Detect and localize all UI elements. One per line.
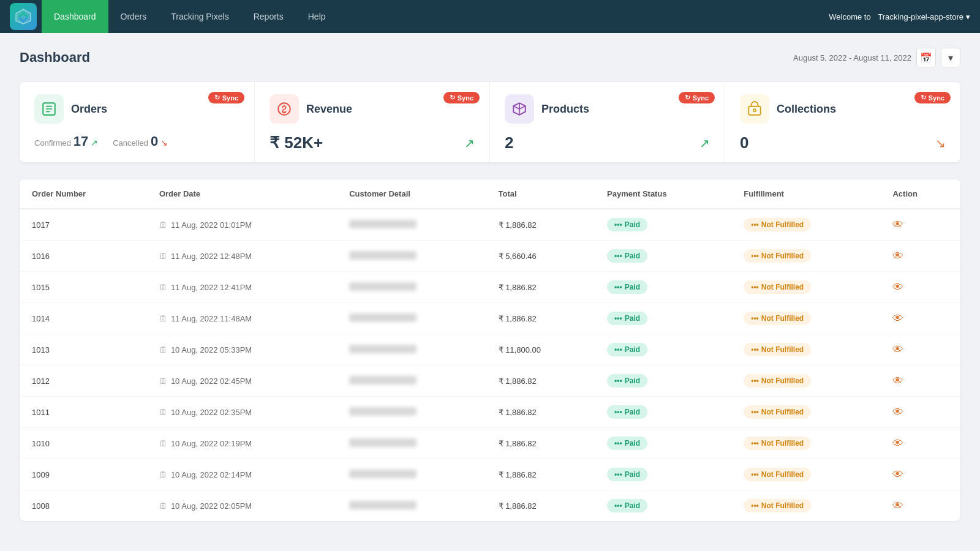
- order-number-cell: 1014: [20, 303, 147, 334]
- cancelled-section: Cancelled 0 ↘: [113, 133, 168, 149]
- calendar-button[interactable]: 📅: [916, 48, 936, 67]
- app-logo: [10, 3, 37, 30]
- col-payment-status: Payment Status: [595, 179, 731, 209]
- calendar-icon: 🗓: [159, 252, 167, 261]
- orders-title: Orders: [71, 103, 107, 116]
- paid-badge: ••• Paid: [607, 437, 647, 450]
- view-order-button[interactable]: 👁: [892, 406, 903, 419]
- dots-icon: •••: [614, 377, 622, 385]
- products-icon: [505, 94, 534, 124]
- not-fulfilled-badge: ••• Not Fulfilled: [744, 218, 811, 231]
- collections-sync-button[interactable]: ↻ Sync: [914, 92, 951, 103]
- orders-sync-button[interactable]: ↻ Sync: [208, 92, 244, 103]
- page-header: Dashboard August 5, 2022 - August 11, 20…: [20, 48, 960, 67]
- paid-badge: ••• Paid: [607, 499, 647, 512]
- nav-orders[interactable]: Orders: [108, 0, 159, 33]
- fulfillment-cell: ••• Not Fulfilled: [731, 272, 880, 303]
- total-cell: ₹ 11,800.00: [486, 334, 595, 365]
- view-order-button[interactable]: 👁: [892, 437, 903, 450]
- nav-dashboard[interactable]: Dashboard: [42, 0, 108, 33]
- nav-reports[interactable]: Reports: [241, 0, 296, 33]
- welcome-message: Welcome to Tracking-pixel-app-store ▾: [829, 12, 970, 21]
- customer-detail-cell: [337, 334, 486, 365]
- nav-help[interactable]: Help: [296, 0, 338, 33]
- view-order-button[interactable]: 👁: [892, 312, 903, 325]
- table-row: 1012 🗓 10 Aug, 2022 02:45PM ₹ 1,886.82 •…: [20, 365, 960, 397]
- customer-detail-cell: [337, 397, 486, 428]
- view-order-button[interactable]: 👁: [892, 281, 903, 294]
- collections-arrow-icon: ↘: [935, 136, 946, 151]
- payment-status-cell: ••• Paid: [595, 241, 731, 272]
- nav-tracking-pixels[interactable]: Tracking Pixels: [159, 0, 241, 33]
- collections-icon: [740, 94, 769, 124]
- paid-badge: ••• Paid: [607, 343, 647, 356]
- chevron-down-icon[interactable]: ▾: [966, 12, 970, 21]
- orders-values: Confirmed 17 ↗ Cancelled 0 ↘: [34, 133, 239, 149]
- dots-icon: •••: [614, 470, 622, 479]
- revenue-title: Revenue: [306, 103, 352, 116]
- col-total: Total: [486, 179, 595, 209]
- customer-detail-cell: [337, 490, 486, 522]
- total-cell: ₹ 1,886.82: [486, 365, 595, 397]
- revenue-values: ₹ 52K+ ↗: [270, 133, 475, 152]
- dots-icon: •••: [751, 345, 759, 354]
- order-number-cell: 1011: [20, 397, 147, 428]
- dropdown-button[interactable]: ▾: [941, 48, 960, 67]
- paid-badge: ••• Paid: [607, 374, 647, 388]
- order-number-cell: 1015: [20, 272, 147, 303]
- revenue-value: ₹ 52K+: [270, 133, 323, 152]
- customer-detail-cell: [337, 365, 486, 397]
- orders-icon: [34, 94, 64, 124]
- view-order-button[interactable]: 👁: [892, 343, 903, 356]
- sync-icon: ↻: [685, 94, 690, 102]
- dots-icon: •••: [614, 345, 622, 354]
- view-order-button[interactable]: 👁: [892, 500, 903, 512]
- order-date-cell: 🗓 11 Aug, 2022 12:41PM: [147, 272, 337, 303]
- total-cell: ₹ 1,886.82: [486, 209, 595, 241]
- table-row: 1008 🗓 10 Aug, 2022 02:05PM ₹ 1,886.82 •…: [20, 490, 960, 522]
- order-date-cell: 🗓 10 Aug, 2022 02:14PM: [147, 459, 337, 490]
- sync-icon: ↻: [450, 94, 455, 102]
- fulfillment-cell: ••• Not Fulfilled: [731, 209, 880, 241]
- not-fulfilled-badge: ••• Not Fulfilled: [744, 468, 811, 481]
- calendar-icon: 🗓: [159, 220, 167, 230]
- collections-title: Collections: [777, 103, 836, 116]
- customer-detail-cell: [337, 303, 486, 334]
- fulfillment-cell: ••• Not Fulfilled: [731, 428, 880, 459]
- view-order-button[interactable]: 👁: [892, 250, 903, 263]
- action-cell: 👁: [880, 365, 960, 397]
- table-row: 1014 🗓 11 Aug, 2022 11:48AM ₹ 1,886.82 •…: [20, 303, 960, 334]
- order-date-cell: 🗓 11 Aug, 2022 12:48PM: [147, 241, 337, 272]
- dots-icon: •••: [614, 501, 622, 510]
- dots-icon: •••: [751, 439, 759, 448]
- order-number-cell: 1012: [20, 365, 147, 397]
- payment-status-cell: ••• Paid: [595, 365, 731, 397]
- payment-status-cell: ••• Paid: [595, 397, 731, 428]
- view-order-button[interactable]: 👁: [892, 468, 903, 481]
- total-cell: ₹ 1,886.82: [486, 459, 595, 490]
- cancelled-label: Cancelled: [113, 138, 148, 148]
- paid-badge: ••• Paid: [607, 280, 647, 294]
- not-fulfilled-badge: ••• Not Fulfilled: [744, 249, 811, 263]
- order-date-cell: 🗓 11 Aug, 2022 11:48AM: [147, 303, 337, 334]
- svg-rect-3: [748, 107, 761, 115]
- revenue-sync-button[interactable]: ↻ Sync: [443, 92, 480, 103]
- table-row: 1017 🗓 11 Aug, 2022 01:01PM ₹ 1,886.82 •…: [20, 209, 960, 241]
- view-order-button[interactable]: 👁: [892, 219, 903, 231]
- table-row: 1009 🗓 10 Aug, 2022 02:14PM ₹ 1,886.82 •…: [20, 459, 960, 490]
- payment-status-cell: ••• Paid: [595, 490, 731, 522]
- view-order-button[interactable]: 👁: [892, 375, 903, 388]
- action-cell: 👁: [880, 459, 960, 490]
- dots-icon: •••: [751, 252, 759, 260]
- products-sync-button[interactable]: ↻ Sync: [679, 92, 715, 103]
- dots-icon: •••: [614, 252, 622, 260]
- revenue-card: ↻ Sync Revenue ₹ 52K+ ↗: [255, 82, 490, 162]
- orders-table: Order Number Order Date Customer Detail …: [20, 179, 960, 521]
- page-content: Dashboard August 5, 2022 - August 11, 20…: [0, 33, 980, 536]
- order-date-cell: 🗓 10 Aug, 2022 02:05PM: [147, 490, 337, 522]
- orders-card: ↻ Sync Orders Confirmed 17 ↗: [20, 82, 255, 162]
- sync-icon: ↻: [921, 94, 926, 102]
- action-cell: 👁: [880, 303, 960, 334]
- svg-point-4: [753, 109, 756, 111]
- not-fulfilled-badge: ••• Not Fulfilled: [744, 405, 811, 419]
